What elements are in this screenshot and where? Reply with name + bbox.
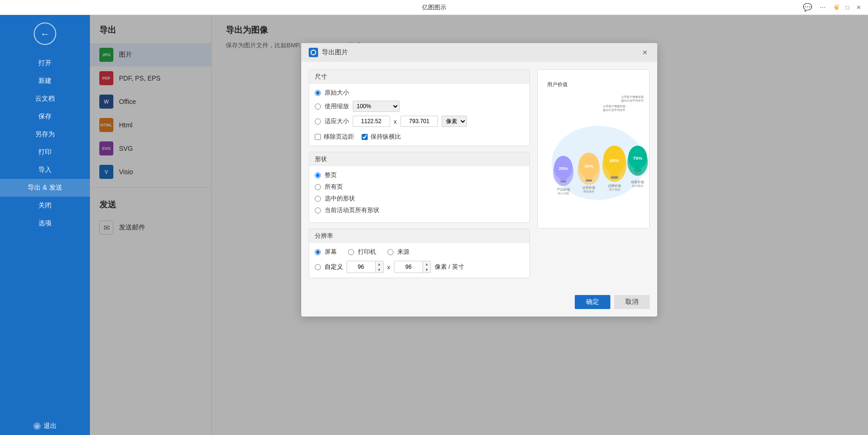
keep-ratio-label[interactable]: 保持纵横比	[371, 133, 401, 141]
dialog-logo	[309, 48, 318, 57]
shape-all-radio[interactable]	[315, 184, 321, 190]
res-printer-label[interactable]: 打印机	[358, 248, 376, 256]
svg-text:75%: 75%	[633, 155, 642, 161]
dialog-title: 导出图片	[322, 48, 348, 57]
svg-text:25%: 25%	[558, 166, 568, 171]
dialog-logo-inner	[311, 50, 316, 55]
close-btn[interactable]: ✕	[855, 4, 862, 11]
svg-rect-5	[559, 177, 567, 181]
sidebar-label-open: 打开	[38, 59, 52, 66]
x-separator: x	[394, 118, 397, 125]
svg-rect-26	[634, 169, 641, 172]
res-y-up-btn[interactable]: ▲	[423, 261, 430, 267]
sidebar-item-save[interactable]: 保存	[0, 108, 90, 125]
svg-rect-19	[609, 172, 619, 177]
dialog-footer: 确定 取消	[301, 291, 657, 317]
res-printer-row: 打印机	[348, 248, 376, 256]
resolution-section-header: 分辨率	[309, 229, 529, 243]
exit-icon: ⊖	[33, 422, 41, 430]
shape-whole-label[interactable]: 整页	[325, 171, 337, 179]
svg-text:超出行业平均水平: 超出行业平均水平	[602, 109, 625, 111]
res-x-input-wrap: ▲ ▼	[347, 261, 384, 273]
svg-text:超出行业平均水平: 超出行业平均水平	[621, 99, 644, 102]
res-y-down-btn[interactable]: ▼	[423, 267, 430, 273]
size-original-label[interactable]: 原始大小	[325, 88, 349, 97]
svg-text:68%: 68%	[609, 158, 619, 163]
size-fit-row: 适应大小 x 像素 厘米 英寸	[315, 116, 524, 127]
shape-selected-row: 选中的形状	[315, 194, 524, 203]
sidebar-item-export[interactable]: 导出 & 发送	[0, 179, 90, 197]
res-printer-radio[interactable]	[348, 249, 354, 255]
res-source-label[interactable]: 来源	[397, 248, 409, 256]
res-screen-radio[interactable]	[315, 249, 321, 255]
shape-whole-radio[interactable]	[315, 172, 321, 178]
sidebar-label-saveas: 另存为	[35, 130, 55, 138]
maximize-btn[interactable]: □	[844, 4, 851, 11]
chat-icon[interactable]: 💬	[803, 3, 812, 12]
sidebar-item-import[interactable]: 导入	[0, 161, 90, 179]
size-fit-label[interactable]: 适应大小	[325, 117, 349, 125]
resolution-main-row: 屏幕 打印机 来源	[315, 248, 524, 256]
size-fit-radio[interactable]	[315, 118, 321, 125]
size-scale-radio[interactable]	[315, 103, 321, 110]
remove-border-label[interactable]: 移除页边距	[324, 133, 354, 141]
res-screen-row: 屏幕	[315, 248, 337, 256]
res-x-up-btn[interactable]: ▲	[376, 261, 383, 267]
back-button[interactable]: ←	[34, 22, 56, 45]
res-source-radio[interactable]	[387, 249, 393, 255]
svg-text:品牌价值: 品牌价值	[608, 184, 621, 187]
cancel-button[interactable]: 取消	[614, 295, 650, 309]
titlebar: 💬 ··· ♛ 亿图图示 ─ □ ✕	[0, 0, 868, 15]
shape-active-label[interactable]: 当前活动页所有形状	[325, 206, 379, 214]
sidebar-item-options[interactable]: 选项	[0, 214, 90, 232]
sidebar-label-options: 选项	[38, 219, 52, 227]
res-custom-radio[interactable]	[315, 264, 321, 270]
size-original-radio[interactable]	[315, 90, 321, 96]
res-custom-label[interactable]: 自定义	[325, 263, 343, 271]
sidebar-item-close[interactable]: 关闭	[0, 197, 90, 214]
size-original-row: 原始大小	[315, 88, 524, 97]
resolution-custom-row: 自定义 ▲ ▼ x	[315, 261, 524, 273]
size-scale-label[interactable]: 使用缩放	[325, 102, 349, 111]
svg-rect-12	[585, 176, 593, 180]
shape-selected-radio[interactable]	[315, 196, 321, 202]
res-y-input[interactable]	[394, 261, 423, 273]
size-scale-row: 使用缩放 100%	[315, 101, 524, 112]
svg-text:公司客户增速实现: 公司客户增速实现	[602, 104, 625, 108]
shape-all-label[interactable]: 所有页	[325, 183, 343, 191]
sidebar-item-exit[interactable]: ⊖ 退出	[0, 417, 90, 435]
shape-selected-label[interactable]: 选中的形状	[325, 194, 355, 203]
unit-select[interactable]: 像素 厘米 英寸	[442, 116, 467, 127]
sidebar-item-print[interactable]: 打印	[0, 143, 90, 161]
res-screen-label[interactable]: 屏幕	[325, 248, 337, 256]
dialog-close-btn[interactable]: ✕	[640, 48, 650, 57]
sidebar-item-cloud[interactable]: 云文档	[0, 90, 90, 108]
crown-icon[interactable]: ♛	[833, 3, 840, 12]
sidebar-item-new[interactable]: 新建	[0, 72, 90, 90]
width-input[interactable]	[353, 116, 390, 127]
keep-ratio-checkbox[interactable]	[362, 134, 368, 140]
height-input[interactable]	[401, 116, 438, 127]
shape-options: 整页 所有页 选中的形状	[309, 166, 529, 222]
size-section: 尺寸 原始大小 使用缩放 100%	[309, 69, 530, 146]
svg-text:运营价值: 运营价值	[582, 186, 595, 189]
sidebar-label-exit: 退出	[44, 422, 57, 430]
res-x-down-btn[interactable]: ▼	[376, 267, 383, 273]
shape-active-radio[interactable]	[315, 207, 321, 214]
sidebar-item-saveas[interactable]: 另存为	[0, 125, 90, 143]
sidebar-label-print: 打印	[38, 148, 52, 155]
more-icon[interactable]: ···	[820, 3, 826, 12]
resolution-section: 分辨率 屏幕 打印机	[309, 229, 530, 278]
sidebar-item-open[interactable]: 打开	[0, 54, 90, 72]
confirm-button[interactable]: 确定	[575, 295, 610, 309]
svg-text:核心功能: 核心功能	[557, 192, 569, 195]
remove-border-checkbox[interactable]	[315, 134, 321, 140]
res-source-row: 来源	[387, 248, 409, 256]
res-x-input[interactable]	[347, 261, 375, 273]
dialog-header-left: 导出图片	[309, 48, 348, 57]
scale-select[interactable]: 100%	[353, 101, 400, 112]
app-title: 亿图图示	[422, 3, 446, 12]
dialog-header: 导出图片 ✕	[301, 43, 657, 62]
res-y-input-wrap: ▲ ▼	[394, 261, 431, 273]
svg-text:增值服务: 增值服务	[583, 190, 594, 193]
